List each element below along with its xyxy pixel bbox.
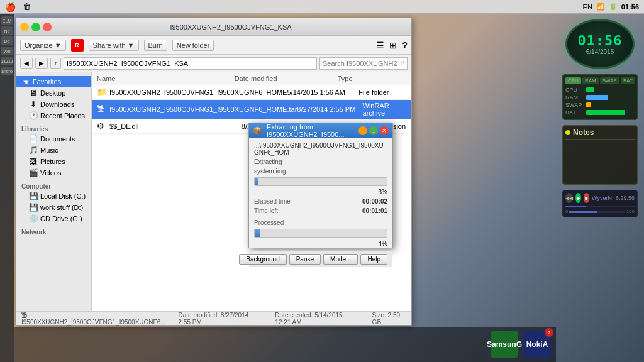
share-btn[interactable]: Share with ▼ (89, 40, 139, 51)
sidebar-item-desktop[interactable]: 🖥 Desktop (16, 87, 91, 99)
music-label: Music (40, 146, 58, 154)
file-row-1[interactable]: 🗜 I9500XXUGNH2_I9500OJVFNG1_I9500XUGNF6_… (92, 100, 411, 119)
sysmon-tab-swap[interactable]: SWAP (600, 77, 619, 84)
taskbar-item-elm[interactable]: ELM (1, 16, 13, 25)
media-volume-row: 0 100 (565, 209, 635, 214)
explorer-maximize-btn[interactable] (31, 23, 40, 31)
downloads-icon: ⬇ (29, 100, 38, 109)
sysmon-swap-fill (586, 102, 591, 107)
volume-high-label: 100 (626, 209, 635, 214)
up-btn[interactable]: ↑ (50, 58, 61, 69)
search-input[interactable] (319, 57, 408, 70)
notes-textarea[interactable] (565, 142, 635, 180)
extract-filename: system.img (254, 168, 387, 175)
volume-bar[interactable] (569, 211, 625, 213)
taskbar-item-ytel[interactable]: ytel (1, 47, 13, 55)
back-btn[interactable]: ◀ (20, 58, 33, 69)
bottom-dock: SamsunG NokiA 7 (14, 327, 556, 362)
sidebar-item-cd[interactable]: 💿 CD Drive (G:) (16, 213, 91, 224)
forward-btn[interactable]: ▶ (35, 58, 48, 69)
dialog-minimize-btn[interactable]: – (358, 126, 367, 135)
sysmon-cpu-bar (586, 87, 635, 92)
file-name-2: $$_DL.dll (109, 123, 242, 130)
explorer-sidebar: ★ Favorites 🖥 Desktop ⬇ Downloads 🕐 Rece… (16, 72, 92, 311)
help-btn[interactable]: Help (360, 254, 387, 265)
explorer-statusbar: 🗜 I9500XXUGNH2_I9500OJVFNG1_I9500XUGNF6.… (16, 311, 411, 325)
videos-icon: 🎬 (29, 168, 38, 177)
mode-btn[interactable]: Mode... (323, 254, 358, 265)
wifi-icon: 📶 (596, 3, 605, 11)
menubar-clock: 01:56 (621, 3, 639, 11)
apple-menu[interactable]: 🍎 (5, 2, 16, 12)
libraries-header: Libraries (16, 124, 91, 133)
work-label: work stuff (D:) (40, 204, 83, 211)
media-play-btn[interactable]: ▶ (575, 193, 581, 203)
view-list-icon[interactable]: ☰ (376, 40, 384, 50)
explorer-minimize-btn[interactable] (20, 23, 29, 31)
organize-btn[interactable]: Organize ▼ (20, 40, 66, 51)
sidebar-item-favorites[interactable]: ★ Favorites (16, 76, 91, 87)
file-date-1: 8/27/2014 2:55 PM (297, 106, 362, 113)
dialog-title: Extracting from I9500XXUGNH2_I9500... (267, 123, 357, 138)
col-date-header[interactable]: Date modified (235, 75, 338, 82)
view-detail-icon[interactable]: ⊞ (389, 40, 397, 50)
sysmon-bat-bar (586, 110, 635, 115)
favorites-icon: ★ (21, 77, 30, 86)
volume-fill (569, 211, 597, 213)
file-row-0[interactable]: 📁 I9500XXUGNH2_I9500OJVFNG1_I9500XUGNF6_… (92, 85, 411, 100)
status-size: Size: 2.50 GB (372, 312, 406, 326)
processed-percent: 4% (254, 240, 387, 247)
burn-btn[interactable]: Burn (144, 40, 167, 51)
menubar-left: 🍎 🗑 (5, 1, 32, 13)
help-icon[interactable]: ? (402, 40, 408, 50)
address-bar: ◀ ▶ ↑ (16, 55, 411, 72)
taskbar-item-andro[interactable]: andro (1, 67, 13, 75)
file-icon-2: ⚙ (97, 121, 107, 131)
sysmon-tab-cpu[interactable]: CPU (565, 77, 581, 84)
sidebar-item-recent[interactable]: 🕐 Recent Places (16, 110, 91, 121)
right-panel: 01:56 6/14/2015 CPU RAM SWAP BAT CPU RAM (556, 14, 644, 362)
sidebar-item-work[interactable]: 💾 work stuff (D:) (16, 202, 91, 213)
sidebar-item-documents[interactable]: 📄 Documents (16, 133, 91, 145)
explorer-close-btn[interactable] (43, 23, 52, 31)
dock-item-nokia[interactable]: NokiA 7 (523, 331, 551, 358)
sidebar-item-pictures[interactable]: 🖼 Pictures (16, 156, 91, 167)
taskbar-item-ne[interactable]: Ne (1, 26, 13, 35)
media-prev-btn[interactable]: ◀◀ (565, 193, 573, 203)
media-progress-bar[interactable] (565, 206, 635, 207)
sysmon-tab-ram[interactable]: RAM (582, 77, 599, 84)
address-input[interactable] (64, 57, 317, 70)
sidebar-item-videos[interactable]: 🎬 Videos (16, 167, 91, 178)
media-time: 6:29:56 (616, 195, 635, 201)
sidebar-item-local-disk[interactable]: 💾 Local Disk (C:) (16, 190, 91, 202)
sysmon-cpu-label: CPU (565, 87, 584, 93)
pause-btn[interactable]: Pause (289, 254, 321, 265)
sidebar-item-music[interactable]: 🎵 Music (16, 145, 91, 156)
sidebar-item-downloads[interactable]: ⬇ Downloads (16, 99, 91, 110)
remaining-row: Time left 00:01:01 (254, 207, 387, 214)
col-name-header[interactable]: Name (97, 75, 235, 82)
dialog-maximize-btn[interactable]: □ (369, 126, 378, 135)
videos-label: Videos (40, 169, 61, 177)
file-date-0: 5/14/2015 1:56 AM (287, 89, 358, 96)
explorer-toolbar: Organize ▼ R Share with ▼ Burn New folde… (16, 36, 411, 55)
media-track-name: WyverN (592, 195, 612, 201)
col-type-header[interactable]: Type (338, 75, 406, 82)
work-disk-icon: 💾 (29, 203, 38, 212)
background-btn[interactable]: Background (239, 254, 286, 265)
new-folder-btn[interactable]: New folder (172, 40, 214, 51)
status-date-modified: Date modified: 8/27/2014 2:55 PM (179, 312, 263, 326)
recycle-bin-icon[interactable]: 🗑 (21, 1, 32, 13)
taskbar-item-do[interactable]: Do (1, 36, 13, 45)
sysmon-tab-bat[interactable]: BAT (621, 77, 635, 84)
downloads-label: Downloads (40, 101, 74, 108)
taskbar-item-11212[interactable]: 11212 (1, 57, 13, 65)
dialog-close-btn[interactable]: ✕ (380, 126, 389, 135)
dock-item-samsung[interactable]: SamsunG (491, 331, 518, 358)
remaining-label: Time left (254, 207, 278, 214)
desktop-icon: 🖥 (29, 89, 38, 97)
media-stop-btn[interactable]: ■ (584, 193, 589, 203)
sysmon-tabs: CPU RAM SWAP BAT (565, 77, 635, 84)
sysmon-swap-label: SWAP (565, 102, 584, 108)
status-filename: 🗜 I9500XXUGNH2_I9500OJVFNG1_I9500XUGNF6.… (21, 312, 166, 326)
